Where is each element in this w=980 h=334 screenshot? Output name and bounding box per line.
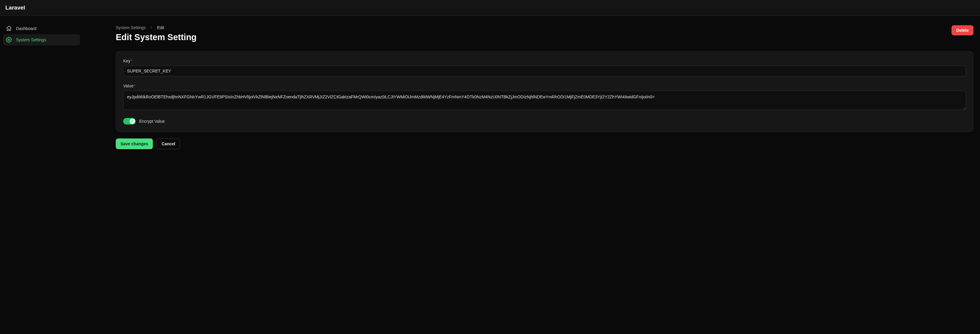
- form-actions: Save changes Cancel: [116, 139, 974, 149]
- form-group-value: Value*: [123, 83, 966, 111]
- breadcrumb-current: Edit: [157, 25, 164, 30]
- value-textarea[interactable]: [123, 91, 966, 110]
- sidebar-item-dashboard[interactable]: Dashboard: [3, 23, 80, 34]
- brand-logo: Laravel: [5, 5, 25, 11]
- sidebar-item-system-settings[interactable]: System Settings: [3, 34, 80, 45]
- encrypt-toggle-row: Encrypt Value: [123, 118, 966, 125]
- page-title: Edit System Setting: [116, 32, 196, 42]
- svg-point-0: [8, 39, 10, 41]
- gear-icon: [6, 37, 12, 43]
- required-mark: *: [130, 59, 132, 63]
- cancel-button[interactable]: Cancel: [156, 139, 180, 149]
- layout: Dashboard System Settings System Setting…: [0, 16, 980, 159]
- key-input[interactable]: [123, 66, 966, 77]
- chevron-right-icon: [149, 26, 153, 30]
- key-label: Key*: [123, 59, 966, 63]
- svg-rect-1: [132, 121, 133, 122]
- header-left: System Settings Edit Edit System Setting: [116, 25, 196, 42]
- delete-button[interactable]: Delete: [951, 25, 974, 35]
- header-row: System Settings Edit Edit System Setting…: [116, 25, 974, 42]
- sidebar: Dashboard System Settings: [0, 16, 83, 159]
- breadcrumb-parent[interactable]: System Settings: [116, 25, 146, 30]
- sidebar-item-label: Dashboard: [16, 26, 37, 31]
- main-content: System Settings Edit Edit System Setting…: [83, 16, 980, 159]
- save-button[interactable]: Save changes: [116, 139, 153, 149]
- required-mark: *: [134, 83, 135, 88]
- toggle-knob: [130, 118, 135, 124]
- encrypt-label: Encrypt Value: [139, 119, 165, 124]
- topbar: Laravel: [0, 0, 980, 16]
- breadcrumb: System Settings Edit: [116, 25, 196, 30]
- form-card: Key* Value*: [116, 51, 974, 132]
- form-group-key: Key*: [123, 59, 966, 77]
- value-label: Value*: [123, 83, 966, 88]
- lock-icon: [131, 120, 134, 123]
- sidebar-item-label: System Settings: [16, 37, 46, 42]
- encrypt-toggle[interactable]: [123, 118, 136, 125]
- home-icon: [6, 26, 12, 32]
